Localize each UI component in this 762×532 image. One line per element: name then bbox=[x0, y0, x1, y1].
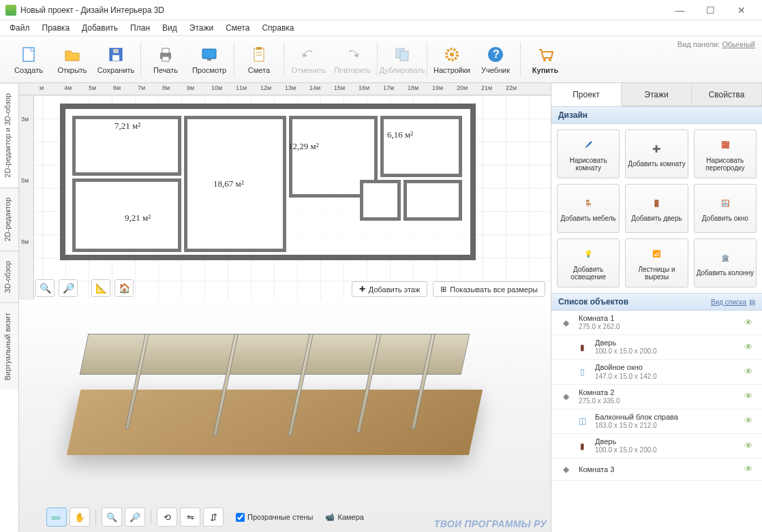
estimate-button[interactable]: Смета bbox=[237, 39, 281, 80]
add-column-button[interactable]: 🏛️Добавить колонну bbox=[694, 238, 757, 287]
vtab-0[interactable]: 2D-редактор и 3D-обзор bbox=[0, 83, 18, 187]
pan-button[interactable]: ✋ bbox=[70, 507, 90, 527]
zoom-out-3d-button[interactable]: 🔍 bbox=[102, 507, 122, 527]
undo-button: Отменить bbox=[287, 39, 331, 80]
add-window-button[interactable]: 🪟Добавить окно bbox=[694, 184, 757, 233]
room-box[interactable] bbox=[360, 180, 401, 221]
vtab-1[interactable]: 2D-редактор bbox=[0, 187, 18, 251]
room-box[interactable] bbox=[403, 180, 462, 221]
svg-rect-14 bbox=[400, 51, 408, 61]
preview-button[interactable]: Просмотр bbox=[187, 39, 231, 80]
stairs-button[interactable]: 📶Лестницы и вырезы bbox=[625, 238, 688, 287]
flip-h-button[interactable]: ⇋ bbox=[180, 507, 200, 527]
visibility-icon[interactable]: 👁 bbox=[744, 464, 755, 475]
object-item[interactable]: ▮Дверь100.0 x 15.0 x 200.0👁 bbox=[551, 335, 762, 360]
svg-rect-0 bbox=[23, 48, 34, 61]
visibility-icon[interactable]: 👁 bbox=[744, 342, 755, 353]
buy-button[interactable]: Купить bbox=[523, 39, 567, 80]
window-title: Новый проект - Дизайн Интерьера 3D bbox=[20, 5, 665, 15]
print-button[interactable]: Печать bbox=[144, 39, 187, 80]
save-button[interactable]: Сохранить bbox=[94, 39, 138, 80]
add-furniture-button[interactable]: 🪑Добавить мебель bbox=[557, 184, 620, 233]
redo-icon bbox=[343, 45, 362, 64]
transparent-walls-checkbox[interactable]: Прозрачные стены bbox=[236, 513, 313, 522]
visibility-icon[interactable]: 👁 bbox=[744, 317, 755, 328]
column-icon: 🏛️ bbox=[716, 249, 734, 266]
visibility-icon[interactable]: 👁 bbox=[744, 391, 755, 402]
zoom-in-button[interactable]: 🔎 bbox=[59, 279, 78, 297]
door-s-icon: ▮ bbox=[575, 439, 590, 454]
plan-2d-view[interactable]: 3м5м8м 7,21 м²18,67 м²12,29 м²6,16 м²9,2… bbox=[19, 95, 551, 300]
create-button[interactable]: Создать bbox=[7, 39, 50, 80]
object-item[interactable]: ◫Балконный блок справа183.0 x 15.0 x 212… bbox=[551, 409, 762, 434]
objects-section-header: Список объектов Вид списка ▤ bbox=[551, 293, 762, 311]
visibility-icon[interactable]: 👁 bbox=[744, 441, 755, 452]
flip-v-button[interactable]: ⇵ bbox=[203, 507, 224, 527]
show-dimensions-button[interactable]: ⊞Показывать все размеры bbox=[433, 281, 545, 297]
menu-6[interactable]: Смета bbox=[220, 22, 255, 34]
floorplan[interactable]: 7,21 м²18,67 м²12,29 м²6,16 м²9,21 м² bbox=[60, 104, 476, 260]
visibility-icon[interactable]: 👁 bbox=[744, 366, 755, 377]
svg-rect-2 bbox=[112, 55, 119, 61]
vtab-3[interactable]: Виртуальный визит bbox=[0, 302, 18, 390]
object-item[interactable]: ◆Комната 1275.0 x 262.0👁 bbox=[551, 311, 762, 335]
object-item[interactable]: ◆Комната 3👁 bbox=[551, 458, 762, 481]
open-button[interactable]: Открыть bbox=[50, 39, 94, 80]
menu-4[interactable]: Вид bbox=[157, 22, 183, 34]
rtab-2[interactable]: Свойства bbox=[692, 83, 762, 106]
vtab-2[interactable]: 3D-обзор bbox=[0, 251, 18, 302]
menu-1[interactable]: Правка bbox=[37, 22, 76, 34]
close-button[interactable]: ✕ bbox=[726, 0, 757, 20]
render-3d bbox=[53, 313, 496, 490]
object-item[interactable]: ◆Комната 2275.0 x 335.0👁 bbox=[551, 385, 762, 409]
draw-partition-button[interactable]: 🧱Нарисовать перегородку bbox=[694, 129, 757, 178]
main-row: 2D-редактор и 3D-обзор2D-редактор3D-обзо… bbox=[0, 83, 762, 532]
list-view-link[interactable]: Вид списка ▤ bbox=[711, 298, 755, 306]
add-floor-button[interactable]: ✚Добавить этаж bbox=[352, 281, 427, 297]
object-item[interactable]: ▮Дверь100.0 x 15.0 x 200.0👁 bbox=[551, 434, 762, 458]
visibility-icon[interactable]: 👁 bbox=[744, 416, 755, 426]
menu-7[interactable]: Справка bbox=[256, 22, 299, 34]
plan-2d-toolbar: 🔍 🔎 📐 🏠 bbox=[35, 279, 134, 297]
settings-button[interactable]: Настройки bbox=[430, 39, 474, 80]
zoom-out-button[interactable]: 🔍 bbox=[35, 279, 55, 297]
rotate-button[interactable]: ⟲ bbox=[157, 507, 177, 527]
estimate-icon bbox=[249, 45, 269, 64]
home-button[interactable]: 🏠 bbox=[115, 279, 134, 297]
rtab-0[interactable]: Проект bbox=[551, 83, 622, 106]
rotate-360-button[interactable]: 360 bbox=[46, 507, 67, 527]
open-icon bbox=[63, 45, 82, 64]
camera-icon: 📹 bbox=[325, 513, 335, 522]
rtab-1[interactable]: Этажи bbox=[622, 83, 692, 106]
draw-room-button[interactable]: 🖊️Нарисовать комнату bbox=[557, 129, 620, 178]
menu-5[interactable]: Этажи bbox=[184, 22, 219, 34]
maximize-button[interactable]: ☐ bbox=[695, 0, 726, 20]
room-box[interactable] bbox=[380, 116, 462, 177]
add-room-button[interactable]: ➕Добавить комнату bbox=[625, 129, 688, 178]
add-door-button[interactable]: 🚪Добавить дверь bbox=[625, 184, 688, 233]
object-item[interactable]: ▯Двойное окно147.0 x 15.0 x 142.0👁 bbox=[551, 360, 762, 384]
menu-2[interactable]: Добавить bbox=[76, 22, 123, 34]
svg-point-19 bbox=[543, 59, 546, 61]
menu-0[interactable]: Файл bbox=[4, 22, 35, 34]
dimensions-icon: ⊞ bbox=[440, 285, 446, 294]
help-button[interactable]: ?Учебник bbox=[474, 39, 517, 80]
measure-button[interactable]: 📐 bbox=[91, 279, 110, 297]
menu-3[interactable]: План bbox=[125, 22, 155, 34]
zoom-in-3d-button[interactable]: 🔎 bbox=[125, 507, 145, 527]
svg-rect-5 bbox=[162, 48, 169, 53]
room-icon: ◆ bbox=[558, 315, 573, 330]
help-icon: ? bbox=[486, 45, 505, 64]
view-3d[interactable]: 360 ✋ 🔍 🔎 ⟲ ⇋ ⇵ Прозрачные стены 📹Камера… bbox=[19, 300, 551, 532]
dup-button: Дублировать bbox=[380, 39, 424, 80]
camera-button[interactable]: 📹Камера bbox=[325, 513, 363, 522]
canvas-area: м4м5м6м7м8м9м10м11м12м13м14м15м16м17м18м… bbox=[19, 83, 551, 532]
buy-icon bbox=[536, 45, 555, 64]
svg-text:?: ? bbox=[493, 48, 500, 60]
panel-mode-link[interactable]: Обычный bbox=[722, 40, 755, 48]
svg-text:360: 360 bbox=[51, 515, 61, 521]
save-icon bbox=[106, 45, 125, 64]
print-icon bbox=[156, 45, 175, 64]
minimize-button[interactable]: — bbox=[665, 0, 695, 20]
add-light-button[interactable]: 💡Добавить освещение bbox=[557, 238, 620, 287]
